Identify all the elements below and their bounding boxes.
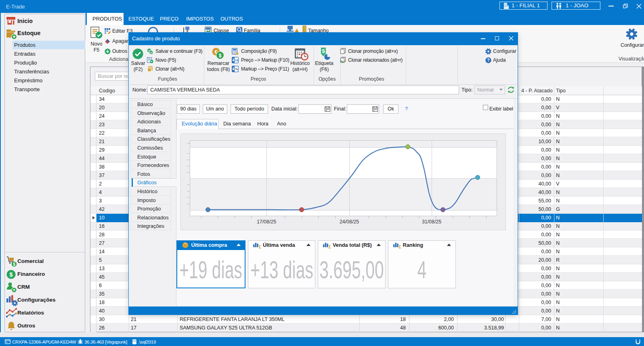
svg-text:$: $ (218, 52, 222, 58)
svg-text:?: ? (487, 58, 489, 63)
svg-text:Σ: Σ (329, 245, 331, 249)
svg-text:10: 10 (235, 58, 238, 62)
svg-text:Σ: Σ (259, 245, 261, 249)
svg-text:Σ: Σ (399, 245, 401, 249)
svg-text:$: $ (322, 48, 325, 54)
svg-text:$: $ (9, 271, 13, 278)
svg-text:%: % (235, 67, 238, 71)
svg-text:$: $ (13, 262, 15, 267)
